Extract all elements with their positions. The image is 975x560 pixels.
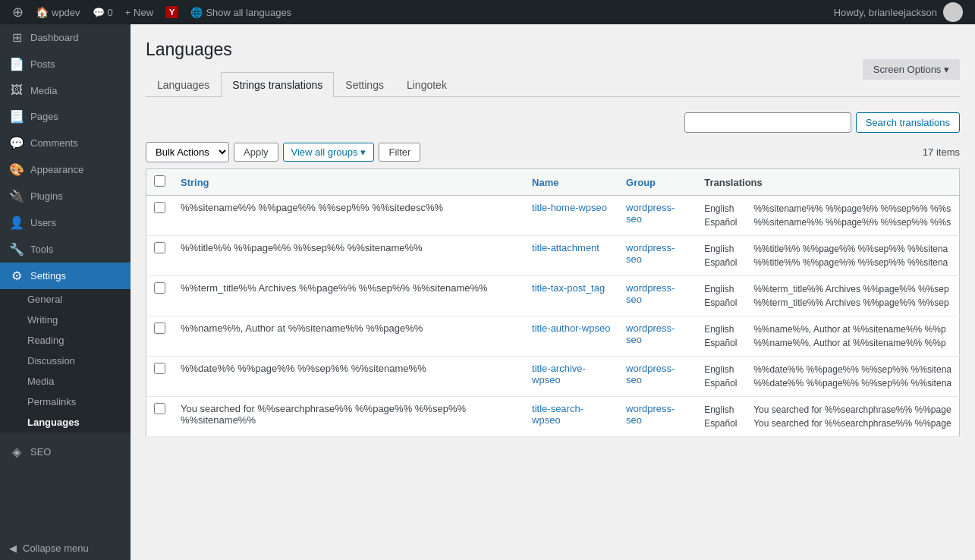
media-icon: 🖼	[9, 83, 24, 97]
row-checkbox[interactable]	[154, 242, 165, 253]
translation-entry: EnglishYou searched for %%searchphrase%%…	[704, 403, 951, 417]
wp-logo[interactable]: ⊕	[6, 0, 30, 24]
sidebar-item-pages[interactable]: 📃 Pages	[0, 103, 131, 130]
sidebar-item-plugins[interactable]: 🔌 Plugins	[0, 183, 131, 209]
row-checkbox-cell	[146, 236, 174, 276]
row-name[interactable]: title-search-wpseo	[524, 397, 618, 437]
translation-lang: Español	[704, 418, 746, 429]
row-name[interactable]: title-author-wpseo	[524, 316, 618, 357]
sidebar-label-posts: Posts	[30, 58, 55, 70]
row-translations: English%%name%%, Author at %%sitename%% …	[697, 316, 959, 357]
bulk-actions-dropdown[interactable]: Bulk Actions	[146, 142, 229, 162]
tab-lingotek[interactable]: Lingotek	[395, 72, 458, 97]
row-group[interactable]: wordpress-seo	[618, 316, 697, 357]
page-title: Languages	[146, 39, 960, 60]
row-group[interactable]: wordpress-seo	[618, 196, 697, 236]
name-sort-link[interactable]: Name	[532, 177, 558, 188]
sidebar-item-users[interactable]: 👤 Users	[0, 209, 131, 236]
submenu-item-general[interactable]: General	[0, 289, 131, 310]
table-row: %%date%% %%page%% %%sep%% %%sitename%%ti…	[146, 357, 960, 397]
select-all-checkbox[interactable]	[154, 175, 165, 187]
row-group[interactable]: wordpress-seo	[618, 236, 697, 276]
search-input[interactable]	[684, 112, 851, 133]
submenu-item-writing[interactable]: Writing	[0, 310, 131, 330]
filter-button[interactable]: Filter	[379, 143, 420, 162]
sidebar-item-tools[interactable]: 🔧 Tools	[0, 236, 131, 263]
tab-languages[interactable]: Languages	[146, 72, 221, 97]
tools-icon: 🔧	[9, 242, 24, 256]
row-checkbox[interactable]	[154, 322, 165, 334]
new-content-link[interactable]: + New	[119, 0, 159, 24]
screen-options-button[interactable]: Screen Options ▾	[863, 59, 960, 80]
sidebar-item-appearance[interactable]: 🎨 Appearance	[0, 156, 131, 183]
col-header-name: Name	[524, 169, 618, 196]
row-group[interactable]: wordpress-seo	[618, 276, 697, 316]
row-name[interactable]: title-home-wpseo	[524, 196, 618, 236]
languages-icon: 🌐	[190, 7, 203, 18]
new-label: + New	[125, 7, 153, 18]
submenu-item-permalinks[interactable]: Permalinks	[0, 392, 131, 412]
search-bar: Search translations	[146, 112, 960, 133]
sidebar-label-media: Media	[30, 85, 57, 96]
search-translations-button[interactable]: Search translations	[856, 112, 960, 133]
table-body: %%sitename%% %%page%% %%sep%% %%sitedesc…	[146, 196, 960, 437]
row-group[interactable]: wordpress-seo	[618, 357, 697, 397]
pages-icon: 📃	[9, 109, 24, 124]
translation-entry: EspañolYou searched for %%searchphrase%%…	[704, 417, 951, 430]
sidebar-item-media[interactable]: 🖼 Media	[0, 77, 131, 103]
translation-entry: English%%title%% %%page%% %%sep%% %%site…	[704, 242, 951, 256]
plugins-icon: 🔌	[9, 189, 24, 203]
yoast-icon[interactable]: Y	[159, 0, 184, 24]
string-sort-link[interactable]: String	[181, 177, 209, 188]
sidebar-label-plugins: Plugins	[30, 190, 63, 202]
row-name[interactable]: title-tax-post_tag	[524, 276, 618, 316]
apply-button[interactable]: Apply	[234, 143, 278, 162]
screen-options-wrap: Screen Options ▾	[863, 59, 960, 80]
view-all-groups-button[interactable]: View all groups ▾	[283, 143, 375, 162]
wp-icon: ⊕	[12, 4, 24, 20]
row-checkbox[interactable]	[154, 363, 165, 374]
translation-entry: English%%name%%, Author at %%sitename%% …	[704, 322, 951, 336]
sidebar-label-dashboard: Dashboard	[30, 32, 79, 43]
row-string: %%date%% %%page%% %%sep%% %%sitename%%	[173, 357, 524, 397]
user-avatar[interactable]	[943, 2, 963, 22]
row-checkbox[interactable]	[154, 282, 165, 294]
row-group[interactable]: wordpress-seo	[618, 397, 697, 437]
row-checkbox[interactable]	[154, 403, 165, 414]
col-header-translations: Translations	[697, 169, 959, 196]
row-name[interactable]: title-archive-wpseo	[524, 357, 618, 397]
submenu-item-languages[interactable]: Languages	[0, 412, 131, 433]
row-checkbox[interactable]	[154, 202, 165, 213]
appearance-icon: 🎨	[9, 162, 24, 177]
site-name: wpdev	[52, 7, 80, 18]
translation-entry: Español%%name%%, Author at %%sitename%% …	[704, 336, 951, 350]
table-header-row: String Name Group Translation	[146, 169, 960, 196]
sidebar-label-settings: Settings	[30, 270, 66, 282]
sidebar-item-posts[interactable]: 📄 Posts	[0, 51, 131, 77]
sidebar-item-settings[interactable]: ⚙ Settings	[0, 263, 131, 289]
site-name-link[interactable]: 🏠 wpdev	[30, 0, 86, 24]
group-sort-link[interactable]: Group	[626, 177, 656, 188]
translation-entry: English%%date%% %%page%% %%sep%% %%siten…	[704, 363, 951, 376]
tab-settings[interactable]: Settings	[334, 72, 395, 97]
col-header-cb	[146, 169, 174, 196]
page-wrap: Screen Options ▾ Languages Languages Str…	[131, 24, 975, 437]
row-translations: English%%title%% %%page%% %%sep%% %%site…	[697, 236, 959, 276]
submenu-item-reading[interactable]: Reading	[0, 330, 131, 351]
translation-value: %%sitename%% %%page%% %%sep%% %%s	[753, 203, 951, 214]
translation-lang: English	[704, 324, 746, 335]
submenu-item-media[interactable]: Media	[0, 371, 131, 392]
translation-value: %%title%% %%page%% %%sep%% %%sitena	[753, 244, 948, 254]
submenu-item-discussion[interactable]: Discussion	[0, 351, 131, 371]
bulk-actions-select[interactable]: Bulk Actions	[146, 142, 229, 162]
row-checkbox-cell	[146, 397, 174, 437]
row-name[interactable]: title-attachment	[524, 236, 618, 276]
translation-value: %%term_title%% Archives %%page%% %%sep	[753, 297, 948, 308]
sidebar-item-dashboard[interactable]: ⊞ Dashboard	[0, 24, 131, 51]
sidebar: ⊞ Dashboard 📄 Posts 🖼 Media 📃 Pages 💬 Co…	[0, 24, 131, 437]
sidebar-item-comments[interactable]: 💬 Comments	[0, 130, 131, 156]
comments-link[interactable]: 💬 0	[86, 0, 119, 24]
tab-bar: Languages Strings translations Settings …	[146, 72, 960, 97]
tab-strings-translations[interactable]: Strings translations	[221, 72, 334, 97]
show-all-languages[interactable]: 🌐 Show all languages	[184, 0, 297, 24]
